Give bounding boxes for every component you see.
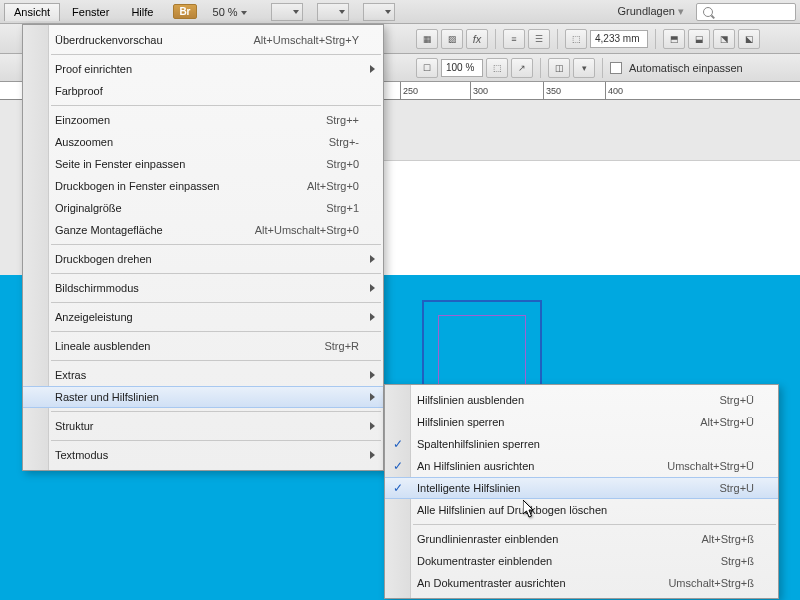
menu-item[interactable]: OriginalgrößeStrg+1 [23,197,383,219]
tb-fit-4[interactable]: ⬕ [738,29,760,49]
menu-item-label: Farbproof [55,85,359,97]
autofit-label: Automatisch einpassen [629,62,743,74]
menu-shortcut: Strg+Ü [719,394,754,406]
menu-item-label: Alle Hilfslinien auf Druckbogen löschen [417,504,754,516]
menu-fenster[interactable]: Fenster [62,3,119,21]
tb-align-2[interactable]: ☰ [528,29,550,49]
menu-item-label: Raster und Hilfslinien [55,391,359,403]
submenu-arrow-icon [370,371,375,379]
raster-submenu: Hilfslinien ausblendenStrg+ÜHilfslinien … [384,384,779,599]
menu-item[interactable]: Druckbogen in Fenster einpassenAlt+Strg+… [23,175,383,197]
tb2-icon-4[interactable]: ◫ [548,58,570,78]
menu-item[interactable]: Druckbogen drehen [23,248,383,270]
bridge-badge[interactable]: Br [173,4,196,19]
menu-shortcut: Alt+Strg+ß [701,533,754,545]
zoom-level[interactable]: 50 % [207,4,253,20]
search-icon [703,7,713,17]
menu-item[interactable]: Grundlinienraster einblendenAlt+Strg+ß [385,528,778,550]
menu-shortcut: Strg+U [719,482,754,494]
menu-item-label: Extras [55,369,359,381]
submenu-arrow-icon [370,393,375,401]
menu-item[interactable]: Extras [23,364,383,386]
menu-shortcut: Umschalt+Strg+ß [668,577,754,589]
menu-item[interactable]: Alle Hilfslinien auf Druckbogen löschen [385,499,778,521]
menu-separator [51,411,381,412]
menu-hilfe[interactable]: Hilfe [121,3,163,21]
menu-item-label: Auszoomen [55,136,309,148]
menu-item-label: Einzoomen [55,114,306,126]
menu-item[interactable]: Textmodus [23,444,383,466]
menu-item-label: Dokumentraster einblenden [417,555,701,567]
menu-item[interactable]: ✓Spaltenhilfslinien sperren [385,433,778,455]
menu-item[interactable]: Hilfslinien sperrenAlt+Strg+Ü [385,411,778,433]
check-icon: ✓ [393,459,403,473]
submenu-arrow-icon [370,65,375,73]
check-icon: ✓ [393,481,403,495]
menu-item-label: Intelligente Hilfslinien [417,482,699,494]
tb-align-1[interactable]: ≡ [503,29,525,49]
tb-icon-1[interactable]: ▦ [416,29,438,49]
menu-item[interactable]: An Dokumentraster ausrichtenUmschalt+Str… [385,572,778,594]
tb-fit-1[interactable]: ⬒ [663,29,685,49]
tb-crop-icon[interactable]: ⬚ [565,29,587,49]
menu-item[interactable]: EinzoomenStrg++ [23,109,383,131]
menu-shortcut: Umschalt+Strg+Ü [667,460,754,472]
tb2-icon-3[interactable]: ↗ [511,58,533,78]
menu-shortcut: Alt+Strg+0 [307,180,359,192]
measure-field[interactable]: 4,233 mm [590,30,648,48]
menu-item[interactable]: Ganze MontageflächeAlt+Umschalt+Strg+0 [23,219,383,241]
menu-separator [51,360,381,361]
search-input[interactable] [696,3,796,21]
menu-item[interactable]: Raster und Hilfslinien [23,386,383,408]
menu-item-label: Seite in Fenster einpassen [55,158,306,170]
menu-item[interactable]: Bildschirmmodus [23,277,383,299]
menu-separator [413,524,776,525]
check-icon: ✓ [393,437,403,451]
view-mode-3[interactable] [363,3,395,21]
menu-item[interactable]: ✓Intelligente HilfslinienStrg+U [385,477,778,499]
workspace-selector[interactable]: Grundlagen ▾ [607,3,694,20]
tb-icon-2[interactable]: ▨ [441,29,463,49]
menu-item[interactable]: Farbproof [23,80,383,102]
menu-item[interactable]: Hilfslinien ausblendenStrg+Ü [385,389,778,411]
submenu-arrow-icon [370,313,375,321]
menu-separator [51,105,381,106]
menu-shortcut: Strg+ß [721,555,754,567]
menu-shortcut: Alt+Umschalt+Strg+0 [255,224,359,236]
menu-shortcut: Strg+1 [326,202,359,214]
submenu-arrow-icon [370,284,375,292]
menu-shortcut: Alt+Umschalt+Strg+Y [254,34,359,46]
menu-item[interactable]: Anzeigeleistung [23,306,383,328]
tb2-icon-5[interactable]: ▾ [573,58,595,78]
submenu-arrow-icon [370,451,375,459]
menu-ansicht[interactable]: Ansicht [4,3,60,21]
percent-field[interactable]: 100 % [441,59,483,77]
menu-shortcut: Strg+- [329,136,359,148]
menu-item-label: Überdruckenvorschau [55,34,234,46]
menu-item-label: Textmodus [55,449,359,461]
submenu-arrow-icon [370,255,375,263]
menu-item-label: Proof einrichten [55,63,359,75]
menu-item[interactable]: Struktur [23,415,383,437]
tb-fit-3[interactable]: ⬔ [713,29,735,49]
menu-item[interactable]: AuszoomenStrg+- [23,131,383,153]
menu-item[interactable]: Dokumentraster einblendenStrg+ß [385,550,778,572]
autofit-checkbox[interactable] [610,62,622,74]
menu-shortcut: Alt+Strg+Ü [700,416,754,428]
tb2-icon-1[interactable]: ☐ [416,58,438,78]
menu-item[interactable]: ÜberdruckenvorschauAlt+Umschalt+Strg+Y [23,29,383,51]
menu-item[interactable]: Seite in Fenster einpassenStrg+0 [23,153,383,175]
tb-fit-2[interactable]: ⬓ [688,29,710,49]
menu-shortcut: Strg+0 [326,158,359,170]
menu-item-label: Lineale ausblenden [55,340,304,352]
menu-item-label: Hilfslinien ausblenden [417,394,699,406]
menu-item[interactable]: Lineale ausblendenStrg+R [23,335,383,357]
menu-item[interactable]: ✓An Hilfslinien ausrichtenUmschalt+Strg+… [385,455,778,477]
tb2-icon-2[interactable]: ⬚ [486,58,508,78]
view-mode-1[interactable] [271,3,303,21]
menu-item[interactable]: Proof einrichten [23,58,383,80]
tb-icon-3[interactable]: fx [466,29,488,49]
menu-item-label: Bildschirmmodus [55,282,359,294]
menu-item-label: An Hilfslinien ausrichten [417,460,647,472]
view-mode-2[interactable] [317,3,349,21]
